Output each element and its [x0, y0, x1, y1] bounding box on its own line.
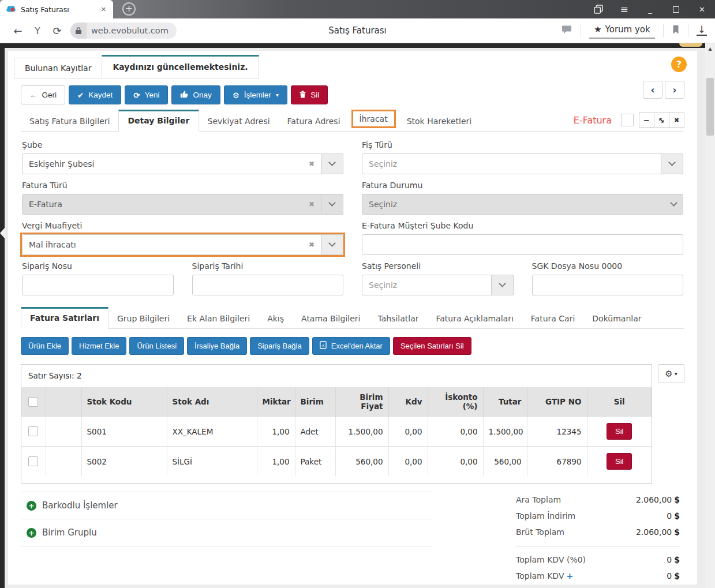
clear-icon: ✖: [309, 200, 315, 208]
browser-tab[interactable]: Satış Faturası ✕: [0, 0, 113, 18]
back-icon[interactable]: ←: [8, 25, 28, 37]
new-button[interactable]: ⟳ Yeni: [125, 85, 168, 104]
tab-dokumanlar[interactable]: Dokümanlar: [583, 309, 650, 328]
prev-record-button[interactable]: ‹: [643, 81, 662, 99]
tab-fatura-cari[interactable]: Fatura Cari: [522, 309, 584, 328]
tab-tahsilatlar[interactable]: Tahsilatlar: [369, 309, 427, 328]
action-toolbar: ← Geri ✔ Kaydet ⟳ Yeni Onay ⚙ İşlemler ▾: [21, 85, 697, 104]
tab-fatura-satirlari[interactable]: Fatura Satırları: [21, 307, 108, 329]
row-checkbox[interactable]: [28, 456, 38, 466]
sidebar-collapsed-rail[interactable]: [0, 48, 5, 588]
satis-personeli-combobox[interactable]: Seçiniz: [362, 275, 514, 295]
tab-stok-hareketleri[interactable]: Stok Hareketleri: [398, 111, 481, 131]
address-bar[interactable]: web.evobulut.com: [70, 23, 177, 39]
back-button[interactable]: ← Geri: [21, 85, 65, 104]
subtotal-value: 2.060,00: [636, 495, 672, 504]
row-delete-button[interactable]: Sil: [607, 423, 632, 440]
clear-icon[interactable]: ✖: [309, 160, 315, 168]
excel-import-button[interactable]: x Excel'den Aktar: [312, 337, 390, 355]
panel-tab-bar: Satış Fatura Bilgileri Detay Bilgiler Se…: [21, 110, 684, 132]
tab-overview-icon[interactable]: [585, 0, 611, 18]
table-settings-button[interactable]: ⚙ ▾: [658, 364, 684, 383]
detail-tab-bar: Fatura Satırları Grup Bilgileri Ek Alan …: [21, 307, 684, 329]
star-icon: ★: [594, 24, 601, 35]
new-tab-button[interactable]: +: [122, 2, 136, 16]
tab-sevkiyat-adresi[interactable]: Sevkiyat Adresi: [199, 111, 279, 131]
add-product-button[interactable]: Ürün Ekle: [21, 337, 69, 355]
cell-tutar: 1.500,00: [483, 417, 527, 447]
tab-detay-bilgiler[interactable]: Detay Bilgiler: [118, 110, 199, 132]
sube-dropdown-button[interactable]: [321, 153, 343, 174]
refresh-icon[interactable]: ⟳: [47, 25, 67, 37]
unit-group-expander[interactable]: + Birim Gruplu: [21, 519, 432, 546]
tab-atama-bilgileri[interactable]: Atama Bilgileri: [293, 309, 369, 328]
tab-satis-fatura-bilgileri[interactable]: Satış Fatura Bilgileri: [21, 111, 118, 131]
row-checkbox[interactable]: [28, 426, 38, 436]
window-minimize-button[interactable]: _: [637, 0, 663, 18]
tab-grup-bilgileri[interactable]: Grup Bilgileri: [108, 309, 178, 328]
window-maximize-button[interactable]: [663, 0, 689, 18]
cell-miktar: 1,00: [257, 417, 295, 447]
save-button[interactable]: ✔ Kaydet: [69, 85, 121, 104]
download-icon[interactable]: ↓: [697, 25, 707, 36]
delete-selected-rows-button[interactable]: Seçilen Satırları Sil: [393, 337, 471, 355]
tab-fatura-adresi[interactable]: Fatura Adresi: [279, 111, 349, 131]
invoice-lines-zone: Satır Sayısı: 2 Stok Kodu: [21, 364, 684, 484]
check-icon: ✔: [77, 91, 84, 100]
barcode-operations-expander[interactable]: + Barkodlu İşlemler: [21, 492, 432, 519]
scroll-up-icon[interactable]: ▲: [705, 43, 715, 54]
tab-ihracat[interactable]: İhracat: [351, 110, 396, 128]
row-delete-button[interactable]: Sil: [607, 453, 632, 470]
siparis-nosu-input[interactable]: [22, 275, 174, 295]
scrollbar[interactable]: ▲: [705, 43, 715, 588]
panel-checkbox[interactable]: [621, 114, 634, 126]
caret-down-icon: ▾: [675, 370, 677, 377]
link-dispatch-button[interactable]: İrsaliye Bağla: [187, 337, 247, 355]
comment-icon[interactable]: [561, 25, 572, 36]
vergi-muafiyeti-dropdown-button[interactable]: [321, 234, 343, 255]
window-close-button[interactable]: ✕: [689, 0, 715, 18]
tab-found-records[interactable]: Bulunan Kayıtlar: [14, 58, 102, 78]
comments-button[interactable]: ★ Yorum yok: [589, 22, 655, 39]
tab-ek-alan-bilgileri[interactable]: Ek Alan Bilgileri: [178, 309, 259, 328]
operations-button[interactable]: ⚙ İşlemler ▾: [224, 85, 287, 104]
fis-turu-label: Fiş Türü: [362, 140, 683, 149]
vergi-muafiyeti-combobox[interactable]: Mal ihracatı✖: [22, 234, 343, 255]
siparis-tarihi-label: Sipariş Tarihi: [192, 261, 344, 271]
panel-expand-button[interactable]: ↔: [654, 113, 669, 128]
fis-turu-combobox[interactable]: Seçiniz: [362, 153, 683, 174]
sube-combobox[interactable]: Eskişehir Şubesi✖: [22, 153, 343, 174]
menu-icon[interactable]: ≡: [611, 0, 637, 18]
delete-button[interactable]: Sil: [291, 85, 328, 104]
comments-label: Yorum yok: [605, 24, 650, 35]
add-vat-icon[interactable]: +: [566, 571, 573, 580]
approve-button[interactable]: Onay: [171, 85, 220, 104]
col-birim-fiyat: Birim Fiyat: [335, 387, 388, 417]
bookmark-icon[interactable]: [672, 25, 680, 36]
clear-icon[interactable]: ✖: [309, 241, 315, 249]
main-card: Bulunan Kayıtlar Kaydınızı güncellemekte…: [8, 51, 697, 585]
tab-fatura-aciklamalari[interactable]: Fatura Açıklamaları: [427, 309, 522, 328]
scrollbar-thumb[interactable]: [706, 78, 714, 136]
fis-turu-dropdown-button[interactable]: [661, 153, 683, 174]
satis-personeli-dropdown-button[interactable]: [492, 275, 514, 295]
discount-row: Toplam İndirim 0$: [516, 508, 680, 524]
satis-personeli-value: Seçiniz: [369, 280, 485, 290]
product-list-button[interactable]: Ürün Listesi: [129, 337, 184, 355]
musteri-sube-kodu-input[interactable]: [362, 234, 683, 255]
tab-akis[interactable]: Akış: [259, 309, 293, 328]
line-actions-toolbar: Ürün Ekle Hizmet Ekle Ürün Listesi İrsal…: [21, 337, 684, 355]
siparis-tarihi-input[interactable]: [192, 275, 344, 295]
panel-close-button[interactable]: ✖: [669, 113, 684, 128]
sidebar-expand-arrow-icon[interactable]: [0, 228, 5, 238]
help-button[interactable]: ?: [671, 57, 687, 72]
forward-icon[interactable]: Y: [28, 25, 47, 36]
select-all-checkbox[interactable]: [28, 397, 38, 407]
link-order-button[interactable]: Sipariş Bağla: [250, 337, 309, 355]
tab-updating-record[interactable]: Kaydınızı güncellemektesiniz.: [102, 55, 259, 78]
sgk-dosya-input[interactable]: [532, 275, 684, 295]
add-service-button[interactable]: Hizmet Ekle: [72, 337, 126, 355]
next-record-button[interactable]: ›: [665, 81, 684, 99]
panel-minimize-button[interactable]: −: [639, 113, 654, 128]
tab-close-icon[interactable]: ✕: [99, 5, 108, 14]
